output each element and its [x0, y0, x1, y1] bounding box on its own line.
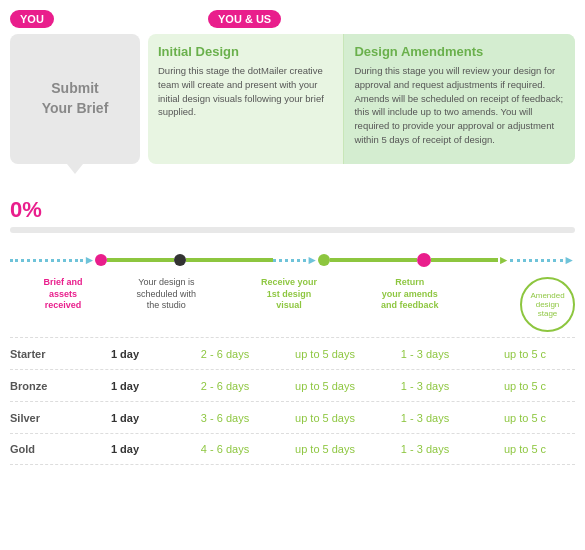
progress-percent: 0%	[10, 197, 42, 223]
you-us-label: YOU & US	[208, 10, 281, 28]
progress-row: 0%	[0, 195, 585, 227]
val-starter-4: 1 - 3 days	[375, 348, 475, 360]
val-starter-1: 1 day	[75, 348, 175, 360]
label-brief: Brief andassetsreceived	[36, 277, 91, 312]
track-green-1	[107, 258, 174, 262]
top-section: YOU Submit Your Brief YOU & US Initial D…	[0, 0, 585, 195]
arrow-3: ►	[498, 253, 510, 267]
timeline-wrapper: ► ► ► ► Brief andassetsreceived	[0, 238, 585, 332]
dot-brief	[95, 254, 107, 266]
tier-silver: Silver	[10, 412, 75, 424]
val-gold-2: 4 - 6 days	[175, 443, 275, 455]
design-amendments-text: During this stage you will review your d…	[354, 64, 565, 147]
track-dotted-3	[510, 259, 563, 262]
val-bronze-3: up to 5 days	[275, 380, 375, 392]
timeline-track: ► ► ► ►	[10, 246, 575, 274]
val-starter-2: 2 - 6 days	[175, 348, 275, 360]
timeline-labels: Brief andassetsreceived Your design is s…	[10, 274, 575, 332]
progress-bar	[10, 227, 575, 233]
val-silver-5: up to 5 c	[475, 412, 575, 424]
val-bronze-2: 2 - 6 days	[175, 380, 275, 392]
you-us-column: YOU & US Initial Design During this stag…	[148, 10, 575, 190]
table-section: Starter 1 day 2 - 6 days up to 5 days 1 …	[0, 337, 585, 465]
dot-receive	[318, 254, 330, 266]
label-schedule: Your design is scheduled with the studio	[136, 277, 196, 312]
design-amendments-panel: Design Amendments During this stage you …	[344, 34, 575, 164]
val-bronze-5: up to 5 c	[475, 380, 575, 392]
tier-gold: Gold	[10, 443, 75, 455]
initial-design-text: During this stage the dotMailer creative…	[158, 64, 333, 119]
initial-design-title: Initial Design	[158, 44, 333, 59]
table-row: Starter 1 day 2 - 6 days up to 5 days 1 …	[10, 337, 575, 369]
you-label: YOU	[10, 10, 54, 28]
val-gold-4: 1 - 3 days	[375, 443, 475, 455]
arrow-1: ►	[83, 253, 95, 267]
val-starter-5: up to 5 c	[475, 348, 575, 360]
track-green-3	[330, 258, 417, 262]
val-bronze-4: 1 - 3 days	[375, 380, 475, 392]
val-silver-4: 1 - 3 days	[375, 412, 475, 424]
tier-bronze: Bronze	[10, 380, 75, 392]
track-dotted-2	[273, 259, 306, 262]
table-row: Gold 1 day 4 - 6 days up to 5 days 1 - 3…	[10, 433, 575, 465]
initial-design-panel: Initial Design During this stage the dot…	[148, 34, 344, 164]
val-bronze-1: 1 day	[75, 380, 175, 392]
design-amendments-title: Design Amendments	[354, 44, 565, 59]
track-dotted-1	[10, 259, 83, 262]
val-gold-1: 1 day	[75, 443, 175, 455]
table-row: Silver 1 day 3 - 6 days up to 5 days 1 -…	[10, 401, 575, 433]
submit-brief-text: Submit Your Brief	[42, 79, 109, 118]
submit-brief-box: Submit Your Brief	[10, 34, 140, 164]
val-gold-5: up to 5 c	[475, 443, 575, 455]
you-us-box: Initial Design During this stage the dot…	[148, 34, 575, 164]
table-row: Bronze 1 day 2 - 6 days up to 5 days 1 -…	[10, 369, 575, 401]
dot-schedule	[174, 254, 186, 266]
val-silver-2: 3 - 6 days	[175, 412, 275, 424]
arrow-2: ►	[306, 253, 318, 267]
amended-circle: Amendeddesignstage	[520, 277, 575, 332]
track-green-2	[186, 258, 273, 262]
val-silver-3: up to 5 days	[275, 412, 375, 424]
you-column: YOU Submit Your Brief	[10, 10, 140, 190]
val-starter-3: up to 5 days	[275, 348, 375, 360]
tier-starter: Starter	[10, 348, 75, 360]
val-silver-1: 1 day	[75, 412, 175, 424]
val-gold-3: up to 5 days	[275, 443, 375, 455]
label-receive: Receive your1st designvisual	[260, 277, 318, 312]
arrow-4: ►	[563, 253, 575, 267]
label-return: Returnyour amendsand feedback	[381, 277, 439, 312]
dot-return	[417, 253, 431, 267]
track-green-4	[431, 258, 498, 262]
